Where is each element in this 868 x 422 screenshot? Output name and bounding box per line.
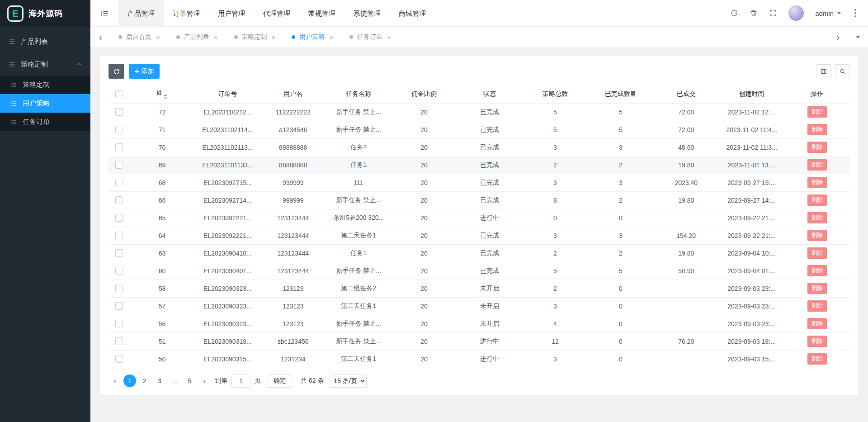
page-size-select[interactable]: 15 条/页 <box>330 375 367 388</box>
delete-button[interactable]: 删除 <box>807 124 827 135</box>
cell: 154.20 <box>653 227 719 244</box>
delete-button[interactable]: 删除 <box>807 265 827 276</box>
cell: 2023-11-02 11:3... <box>719 138 784 156</box>
sidebar-subitem-策略定制[interactable]: 策略定制 <box>0 76 90 94</box>
topnav-item-商城管理[interactable]: 商城管理 <box>390 0 435 27</box>
confirm-button[interactable]: 确定 <box>268 375 292 388</box>
refresh-table-button[interactable] <box>108 64 124 79</box>
tab-后台首页[interactable]: 后台首页 <box>110 27 168 48</box>
goto-page-input[interactable] <box>231 375 250 388</box>
user-menu[interactable]: admin <box>815 9 841 17</box>
cell: 第二组任务2 <box>326 280 392 297</box>
page-button-5[interactable]: 5 <box>183 375 196 387</box>
cell: 2023-09-22 21:... <box>719 227 784 244</box>
page-button-2[interactable]: 2 <box>138 375 151 387</box>
row-checkbox[interactable] <box>115 232 123 239</box>
topnav-item-代理管理[interactable]: 代理管理 <box>254 0 299 27</box>
row-checkbox[interactable] <box>115 143 123 151</box>
more-options-icon[interactable] <box>853 9 858 18</box>
table-row: 60EL2023090401...123123444新手任务 禁止...20已完… <box>108 262 850 280</box>
row-checkbox[interactable] <box>115 108 123 116</box>
topnav-item-常规管理[interactable]: 常规管理 <box>299 0 344 27</box>
cell: 2023-09-03 15:... <box>719 350 784 368</box>
tabs-scroll-left-icon[interactable] <box>90 27 110 48</box>
sidebar-group-strategy[interactable]: 策略定制 <box>0 53 90 76</box>
topnav-item-用户管理[interactable]: 用户管理 <box>209 0 254 27</box>
row-checkbox[interactable] <box>115 249 123 257</box>
tabs-dropdown-icon[interactable] <box>848 27 868 48</box>
cell: 5 <box>588 262 653 280</box>
fullscreen-icon[interactable] <box>769 9 777 17</box>
delete-button[interactable]: 删除 <box>807 336 827 347</box>
tab-产品列表[interactable]: 产品列表 <box>168 27 226 48</box>
next-page-icon[interactable] <box>198 375 211 387</box>
tab-close-icon[interactable] <box>329 33 333 41</box>
tab-策略定制[interactable]: 策略定制 <box>226 27 284 48</box>
delete-button[interactable]: 删除 <box>807 353 827 365</box>
cell: 已完成 <box>457 244 523 262</box>
delete-button[interactable]: 删除 <box>807 230 827 241</box>
cell: 任务1 <box>326 156 392 174</box>
delete-button[interactable]: 删除 <box>807 177 827 188</box>
cell: 任务2 <box>326 138 392 156</box>
row-checkbox[interactable] <box>115 302 123 310</box>
add-button[interactable]: 添加 <box>129 64 160 79</box>
delete-button[interactable]: 删除 <box>807 318 827 329</box>
row-checkbox[interactable] <box>115 196 123 204</box>
row-checkbox[interactable] <box>115 320 123 327</box>
cell: EL2023092221... <box>195 227 260 244</box>
delete-button[interactable]: 删除 <box>807 142 827 153</box>
refresh-icon[interactable] <box>730 9 738 17</box>
search-button[interactable] <box>835 64 850 78</box>
total-count: 共 62 条 <box>301 377 324 385</box>
cell: 1122222222 <box>260 103 326 121</box>
row-checkbox[interactable] <box>115 284 123 292</box>
list-icon <box>10 100 17 107</box>
row-checkbox[interactable] <box>115 179 123 186</box>
column-settings-button[interactable] <box>816 64 831 78</box>
cell: 63 <box>129 244 195 262</box>
row-checkbox[interactable] <box>115 355 123 363</box>
sidebar-item-label: 产品列表 <box>21 38 48 46</box>
sidebar-subitem-任务订单[interactable]: 任务订单 <box>0 113 90 131</box>
tab-用户策略[interactable]: 用户策略 <box>283 27 341 48</box>
tab-close-icon[interactable] <box>387 33 391 41</box>
cell: 2023-09-03 23:... <box>719 315 784 332</box>
cell: 2023-09-03 18:... <box>719 332 784 350</box>
row-checkbox[interactable] <box>115 161 123 169</box>
select-all-checkbox[interactable] <box>115 90 123 98</box>
tab-close-icon[interactable] <box>214 33 218 41</box>
column-header-id[interactable]: id <box>129 85 195 103</box>
tabs-scroll-right-icon[interactable] <box>828 27 848 48</box>
cell: 71 <box>129 121 195 138</box>
topnav-item-产品管理[interactable]: 产品管理 <box>118 0 164 27</box>
delete-button[interactable]: 删除 <box>807 212 827 223</box>
delete-button[interactable]: 删除 <box>807 194 827 206</box>
delete-button[interactable]: 删除 <box>807 300 827 312</box>
delete-button[interactable]: 删除 <box>807 247 827 259</box>
row-checkbox[interactable] <box>115 267 123 275</box>
cell: 58 <box>129 280 195 297</box>
delete-button[interactable]: 删除 <box>807 106 827 118</box>
username: admin <box>815 9 834 17</box>
delete-button[interactable]: 删除 <box>807 283 827 294</box>
prev-page-icon[interactable] <box>108 375 121 387</box>
sort-icon[interactable] <box>164 94 167 99</box>
content-area: 添加 <box>90 48 868 422</box>
tab-close-icon[interactable] <box>156 33 160 41</box>
sidebar-item-product-list[interactable]: 产品列表 <box>0 30 90 53</box>
sidebar-subitem-用户策略[interactable]: 用户策略 <box>0 94 90 113</box>
tab-任务订单[interactable]: 任务订单 <box>341 27 399 48</box>
row-checkbox[interactable] <box>115 337 123 345</box>
row-checkbox[interactable] <box>115 126 123 133</box>
sidebar-toggle-button[interactable] <box>90 0 118 27</box>
topnav-item-系统管理[interactable]: 系统管理 <box>344 0 390 27</box>
avatar[interactable] <box>788 5 804 21</box>
page-button-1[interactable]: 1 <box>123 375 136 387</box>
delete-button[interactable]: 删除 <box>807 159 827 171</box>
topnav-item-订单管理[interactable]: 订单管理 <box>164 0 209 27</box>
row-checkbox[interactable] <box>115 214 123 222</box>
page-button-3[interactable]: 3 <box>153 375 166 387</box>
trash-icon[interactable] <box>750 9 758 17</box>
tab-close-icon[interactable] <box>272 33 276 41</box>
